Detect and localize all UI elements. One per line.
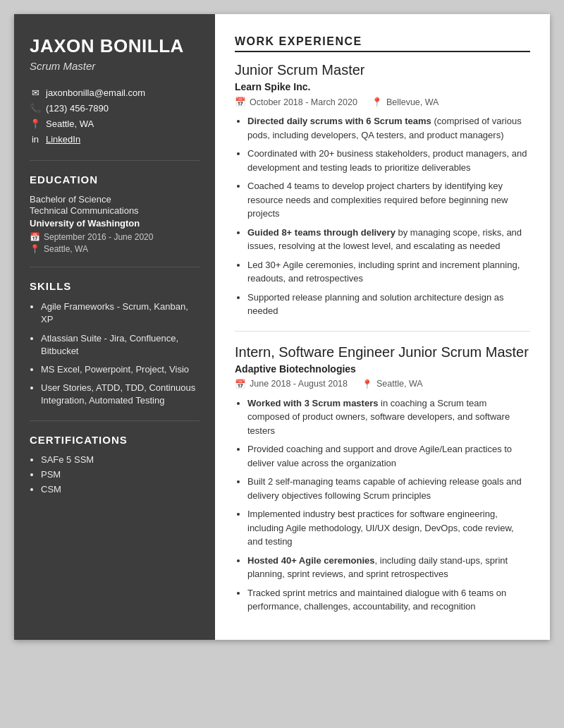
sidebar-divider-3 — [30, 420, 200, 421]
skills-list: Agile Frameworks - Scrum, Kanban, XPAtla… — [30, 301, 200, 407]
job-bullet: Hosted 40+ Agile ceremonies, including d… — [247, 554, 530, 581]
edu-dates: 📅 September 2016 - June 2020 — [30, 232, 200, 242]
job-bullet: Supported release planning and solution … — [247, 291, 530, 318]
contact-location: 📍 Seattle, WA — [30, 119, 200, 129]
calendar-icon: 📅 — [235, 97, 246, 107]
edu-location: 📍 Seattle, WA — [30, 244, 200, 254]
cert-list: SAFe 5 SSMPSMCSM — [30, 454, 200, 495]
calendar-icon: 📅 — [235, 379, 246, 389]
sidebar-divider-1 — [30, 160, 200, 161]
education-section: EDUCATION Bachelor of Science Technical … — [30, 174, 200, 254]
resume-container: JAXON BONILLA Scrum Master ✉ jaxonbonill… — [14, 14, 550, 640]
skills-title: SKILLS — [30, 280, 200, 292]
cert-item: PSM — [41, 469, 200, 480]
phone-icon: 📞 — [30, 103, 41, 114]
job-bullet: Provided coaching and support and drove … — [247, 442, 530, 470]
skill-item: Atlassian Suite - Jira, Confluence, Bitb… — [41, 332, 200, 358]
cert-item: CSM — [41, 484, 200, 495]
job-dates: 📅 June 2018 - August 2018 — [235, 379, 348, 389]
job-bullets: Directed daily scrums with 6 Scrum teams… — [235, 114, 530, 318]
edu-degree: Bachelor of Science — [30, 194, 200, 205]
job-bullet: Coached 4 teams to develop project chart… — [247, 179, 530, 221]
job-location: 📍 Seattle, WA — [362, 379, 423, 389]
location-icon-edu: 📍 — [30, 244, 40, 254]
location-icon: 📍 — [30, 119, 41, 129]
education-title: EDUCATION — [30, 174, 200, 186]
job-bullet: Guided 8+ teams through delivery by mana… — [247, 226, 530, 253]
skills-section: SKILLS Agile Frameworks - Scrum, Kanban,… — [30, 280, 200, 407]
contact-email: ✉ jaxonbonilla@email.com — [30, 87, 200, 98]
linkedin-icon: in — [30, 134, 41, 145]
contact-phone: 📞 (123) 456-7890 — [30, 103, 200, 114]
certifications-section: CERTIFICATIONS SAFe 5 SSMPSMCSM — [30, 434, 200, 495]
job-title: Junior Scrum Master — [235, 62, 530, 78]
job-entry: Intern, Software Engineer Junior Scrum M… — [235, 344, 530, 614]
job-title: Intern, Software Engineer Junior Scrum M… — [235, 344, 530, 360]
certifications-title: CERTIFICATIONS — [30, 434, 200, 446]
job-company: Learn Spike Inc. — [235, 81, 530, 92]
job-dates: 📅 October 2018 - March 2020 — [235, 97, 357, 107]
job-bullet: Tracked sprint metrics and maintained di… — [247, 586, 530, 614]
email-icon: ✉ — [30, 87, 41, 98]
job-bullet: Directed daily scrums with 6 Scrum teams… — [247, 114, 530, 142]
location-icon: 📍 — [372, 97, 383, 107]
job-location: 📍 Bellevue, WA — [372, 97, 439, 107]
sidebar-divider-2 — [30, 267, 200, 267]
edu-field: Technical Communications — [30, 205, 200, 216]
job-bullet: Led 30+ Agile ceremonies, including spri… — [247, 258, 530, 286]
work-experience-title: WORK EXPERIENCE — [235, 35, 530, 52]
contact-section: ✉ jaxonbonilla@email.com 📞 (123) 456-789… — [30, 87, 200, 145]
job-bullet: Coordinated with 20+ business stakeholde… — [247, 147, 530, 174]
job-meta: 📅 October 2018 - March 2020📍 Bellevue, W… — [235, 97, 530, 107]
edu-school: University of Washington — [30, 218, 200, 229]
job-bullet: Built 2 self-managing teams capable of a… — [247, 475, 530, 502]
main-content: WORK EXPERIENCE Junior Scrum MasterLearn… — [215, 14, 550, 640]
job-bullet: Implemented industry best practices for … — [247, 507, 530, 549]
cert-item: SAFe 5 SSM — [41, 454, 200, 465]
location-icon: 📍 — [362, 379, 373, 389]
skill-item: User Stories, ATDD, TDD, Continuous Inte… — [41, 382, 200, 407]
skill-item: MS Excel, Powerpoint, Project, Visio — [41, 363, 200, 376]
job-bullet: Worked with 3 Scrum masters in coaching … — [247, 396, 530, 438]
job-divider — [235, 331, 530, 332]
job-bullets: Worked with 3 Scrum masters in coaching … — [235, 396, 530, 614]
job-entry: Junior Scrum MasterLearn Spike Inc.📅 Oct… — [235, 62, 530, 332]
candidate-name: JAXON BONILLA — [30, 35, 200, 57]
calendar-icon: 📅 — [30, 232, 40, 242]
sidebar: JAXON BONILLA Scrum Master ✉ jaxonbonill… — [14, 14, 215, 640]
candidate-title: Scrum Master — [30, 60, 200, 72]
skill-item: Agile Frameworks - Scrum, Kanban, XP — [41, 301, 200, 326]
job-meta: 📅 June 2018 - August 2018📍 Seattle, WA — [235, 379, 530, 389]
jobs-container: Junior Scrum MasterLearn Spike Inc.📅 Oct… — [235, 62, 530, 614]
job-company: Adaptive Biotechnologies — [235, 363, 530, 375]
contact-linkedin[interactable]: in LinkedIn — [30, 134, 200, 145]
